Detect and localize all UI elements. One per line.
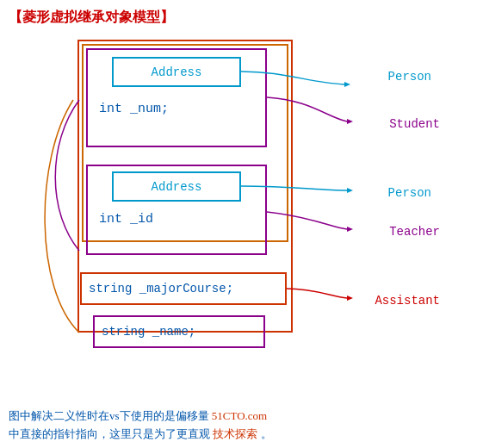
- label-assistant: Assistant: [375, 294, 440, 308]
- description: 图中解决二义性时在vs下使用的是偏移量 51CTO.com 中直接的指针指向，这…: [0, 403, 483, 448]
- title: 【菱形虚拟继承对象模型】: [0, 0, 483, 31]
- title-text: 【菱形虚拟继承对象模型】: [0, 0, 483, 31]
- address1-label: Address: [152, 65, 202, 79]
- int-num-text: int _num;: [99, 102, 169, 116]
- label-teacher: Teacher: [389, 225, 440, 239]
- desc-highlight: 51CTO.com: [212, 409, 267, 422]
- desc-blog: 技术探索: [213, 427, 257, 440]
- box-string-name: string _name;: [93, 315, 265, 348]
- label-person-1: Person: [388, 70, 431, 84]
- int-id-text: int _id: [99, 212, 153, 227]
- string-name-text: string _name;: [102, 325, 195, 339]
- svg-marker-1: [347, 119, 353, 124]
- svg-marker-0: [344, 82, 350, 87]
- label-person-2: Person: [388, 186, 431, 200]
- label-student: Student: [389, 117, 440, 131]
- svg-marker-4: [347, 296, 353, 301]
- box-address-1: Address: [112, 57, 241, 87]
- desc-line2: 中直接的指针指向，这里只是为了更直观 技术探索 。: [9, 426, 474, 444]
- svg-marker-3: [347, 227, 353, 232]
- box-string-major: string _majorCourse;: [80, 272, 287, 305]
- string-major-text: string _majorCourse;: [89, 282, 233, 296]
- desc-line1: 图中解决二义性时在vs下使用的是偏移量 51CTO.com: [9, 408, 474, 426]
- diagram-area: Address Address int _num; int _id string…: [0, 31, 483, 367]
- svg-marker-2: [347, 188, 353, 193]
- address2-label: Address: [152, 180, 202, 194]
- box-address-2: Address: [112, 171, 241, 202]
